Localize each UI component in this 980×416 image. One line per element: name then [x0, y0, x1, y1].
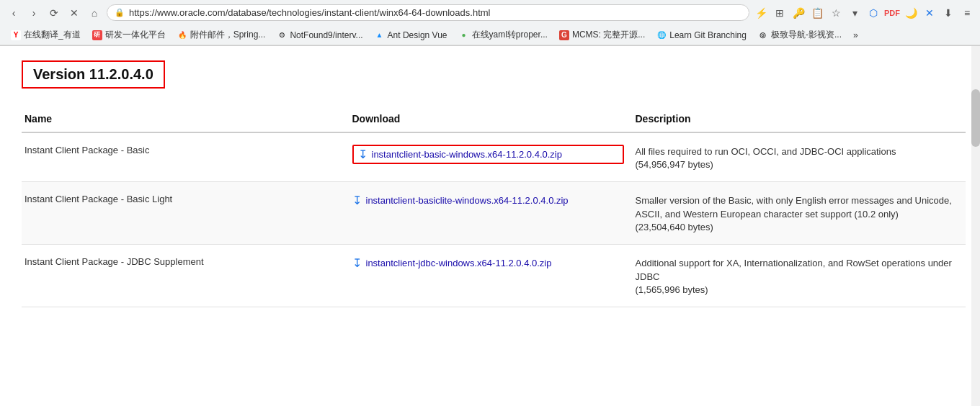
col-header-name: Name	[22, 106, 352, 132]
notfound-favicon: ⊙	[277, 30, 287, 40]
chevron-down-icon[interactable]: ▾	[847, 6, 862, 20]
compass-favicon: ◎	[758, 30, 768, 40]
version-title: Version 11.2.0.4.0	[33, 66, 153, 82]
bookmark-ant[interactable]: ▲ Ant Design Vue	[370, 29, 453, 42]
screenshot-icon[interactable]: 📋	[810, 6, 824, 20]
download-table: Name Download Description Instant Client…	[22, 106, 966, 307]
toolbar: ‹ › ⟳ ✕ ⌂ 🔒 https://www.oracle.com/datab…	[0, 0, 980, 25]
table-row: Instant Client Package - Basic↧instantcl…	[22, 132, 966, 181]
bookmark-attach-label: 附件邮件，Spring...	[190, 29, 266, 41]
browser-chrome: ‹ › ⟳ ✕ ⌂ 🔒 https://www.oracle.com/datab…	[0, 0, 980, 46]
home-button[interactable]: ⌂	[86, 5, 102, 21]
table-row: Instant Client Package - JDBC Supplement…	[22, 244, 966, 307]
bookmark-compass-label: 极致导航-影视资...	[771, 29, 842, 41]
cell-download-0: ↧instantclient-basic-windows.x64-11.2.0.…	[352, 132, 636, 181]
bookmark-youdao-label: 在线翻译_有道	[24, 29, 81, 41]
grid-icon[interactable]: ⊞	[772, 6, 787, 20]
toolbar-right: ⚡ ⊞ 🔑 📋 ☆ ▾ ⬡ PDF 🌙 ✕ ⬇ ≡	[754, 6, 974, 20]
bookmarks-bar: Y 在线翻译_有道 研 研发一体化平台 🔥 附件邮件，Spring... ⊙ N…	[0, 25, 980, 45]
url-text: https://www.oracle.com/database/technolo…	[129, 7, 741, 18]
scrollbar-thumb[interactable]	[971, 89, 980, 147]
cell-name-0: Instant Client Package - Basic	[22, 132, 352, 181]
download-arrow-icon-0: ↧	[358, 148, 368, 161]
bookmark-ant-label: Ant Design Vue	[388, 30, 447, 40]
download-link-0[interactable]: ↧instantclient-basic-windows.x64-11.2.0.…	[352, 145, 624, 164]
mcms-favicon: G	[559, 30, 569, 40]
download-filename-1: instantclient-basiclite-windows.x64-11.2…	[366, 195, 569, 206]
download-filename-2: instantclient-jdbc-windows.x64-11.2.0.4.…	[366, 258, 552, 268]
cell-download-2: ↧instantclient-jdbc-windows.x64-11.2.0.4…	[352, 244, 636, 307]
bookmark-more[interactable]: »	[848, 29, 863, 42]
bookmark-attach[interactable]: 🔥 附件邮件，Spring...	[172, 27, 271, 42]
theme-icon[interactable]: 🌙	[904, 6, 918, 20]
page-content: Version 11.2.0.4.0 Name Download Descrip…	[0, 46, 980, 406]
download-link-2[interactable]: ↧instantclient-jdbc-windows.x64-11.2.0.4…	[352, 256, 624, 270]
bookmark-gitbranch[interactable]: 🌐 Learn Git Branching	[651, 29, 752, 42]
desc-bytes-2: (1,565,996 bytes)	[636, 284, 955, 295]
bookmark-youdao[interactable]: Y 在线翻译_有道	[6, 27, 86, 42]
version-box: Version 11.2.0.4.0	[22, 60, 165, 89]
key-icon[interactable]: 🔑	[791, 6, 806, 20]
reload-button[interactable]: ⟳	[46, 5, 62, 21]
bookmark-mcms[interactable]: G MCMS: 完整开源...	[554, 27, 650, 42]
extension-icon[interactable]: ⬡	[866, 6, 881, 20]
cell-name-2: Instant Client Package - JDBC Supplement	[22, 244, 352, 307]
cell-desc-2: Additional support for XA, International…	[636, 244, 966, 307]
bookmark-notfound-label: NotFound9/interv...	[290, 30, 362, 40]
download-filename-0: instantclient-basic-windows.x64-11.2.0.4…	[372, 149, 562, 160]
desc-bytes-1: (23,504,640 bytes)	[636, 222, 955, 232]
desc-text-0: All files required to run OCI, OCCI, and…	[636, 145, 955, 159]
cell-name-1: Instant Client Package - Basic Light	[22, 181, 352, 244]
x-icon[interactable]: ✕	[922, 6, 937, 20]
back-button[interactable]: ‹	[6, 5, 22, 21]
attach-favicon: 🔥	[177, 30, 187, 40]
desc-bytes-0: (54,956,947 bytes)	[636, 159, 955, 170]
bookmark-research[interactable]: 研 研发一体化平台	[87, 27, 171, 42]
table-row: Instant Client Package - Basic Light↧ins…	[22, 181, 966, 244]
col-header-desc: Description	[636, 106, 966, 132]
menu-icon[interactable]: ≡	[960, 6, 974, 20]
pdf-icon[interactable]: PDF	[885, 6, 899, 20]
scrollbar-track[interactable]	[971, 46, 980, 406]
download-arrow-icon-2: ↧	[352, 256, 362, 270]
ant-favicon: ▲	[375, 30, 385, 40]
bookmark-notfound[interactable]: ⊙ NotFound9/interv...	[272, 29, 368, 42]
lightning-icon[interactable]: ⚡	[754, 6, 768, 20]
youdao-favicon: Y	[11, 30, 21, 40]
cell-desc-1: Smaller version of the Basic, with only …	[636, 181, 966, 244]
bookmark-yaml[interactable]: ● 在线yaml转proper...	[454, 27, 553, 42]
research-favicon: 研	[92, 30, 102, 40]
cell-desc-0: All files required to run OCI, OCCI, and…	[636, 132, 966, 181]
cell-download-1: ↧instantclient-basiclite-windows.x64-11.…	[352, 181, 636, 244]
col-header-download: Download	[352, 106, 636, 132]
gitbranch-favicon: 🌐	[656, 30, 667, 40]
download-icon[interactable]: ⬇	[941, 6, 956, 20]
forward-button[interactable]: ›	[26, 5, 42, 21]
bookmark-research-label: 研发一体化平台	[105, 29, 166, 41]
bookmark-compass[interactable]: ◎ 极致导航-影视资...	[753, 27, 847, 42]
star-icon[interactable]: ☆	[829, 6, 843, 20]
lock-icon: 🔒	[115, 8, 125, 17]
close-button[interactable]: ✕	[66, 5, 82, 21]
yaml-favicon: ●	[459, 30, 469, 40]
bookmark-yaml-label: 在线yaml转proper...	[472, 29, 548, 41]
more-bookmarks-label: »	[853, 30, 858, 40]
download-link-1[interactable]: ↧instantclient-basiclite-windows.x64-11.…	[352, 194, 624, 207]
download-arrow-icon-1: ↧	[352, 194, 362, 207]
bookmark-gitbranch-label: Learn Git Branching	[669, 30, 747, 40]
desc-text-2: Additional support for XA, International…	[636, 256, 955, 284]
address-bar[interactable]: 🔒 https://www.oracle.com/database/techno…	[107, 4, 749, 21]
desc-text-1: Smaller version of the Basic, with only …	[636, 194, 955, 222]
bookmark-mcms-label: MCMS: 完整开源...	[572, 29, 645, 41]
table-header-row: Name Download Description	[22, 106, 966, 132]
